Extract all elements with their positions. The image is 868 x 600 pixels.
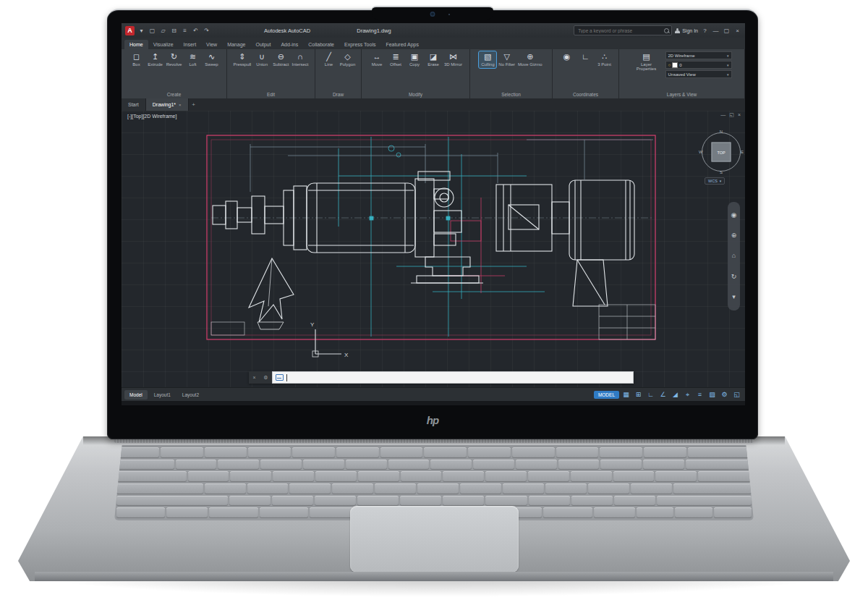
model-space-button[interactable]: MODEL [594,391,619,399]
panel-layers-view-label[interactable]: Layers & View [621,90,743,98]
panel-coordinates-label[interactable]: Coordinates [554,90,617,98]
file-tab-start[interactable]: Start [122,98,146,111]
tab-featured-apps[interactable]: Featured Apps [380,40,424,49]
chevron-down-icon: ▾ [720,179,722,183]
panel-create-label[interactable]: Create [123,90,225,98]
three-point-tool[interactable]: ∴3 Point [596,51,613,68]
command-close-icon[interactable]: × [252,375,255,380]
grid-icon[interactable]: ▦ [621,391,631,398]
viewcube-south[interactable]: S [720,170,723,174]
drawing-canvas[interactable]: Y X [-][Top][2D Wireframe] — ◱ × N S W E [122,111,745,387]
view-dropdown[interactable]: Unsaved View▾ [665,70,732,78]
tab-collaborate[interactable]: Collaborate [303,40,339,49]
pan-icon[interactable]: ⊕ [731,232,737,239]
tab-visualize[interactable]: Visualize [148,40,179,49]
print-icon[interactable]: ≡ [181,28,189,34]
no-filter-tool[interactable]: ▽No Filter [498,51,516,68]
orbit-icon[interactable]: ◉ [731,212,737,219]
panel-edit-label[interactable]: Edit [229,90,313,98]
autocad-app-menu-icon[interactable]: A [125,26,135,35]
object-snap-icon[interactable]: ⌖ [682,391,693,399]
line-tool[interactable]: ╱Line [320,51,338,68]
drawing-minimize-icon[interactable]: — [720,112,726,118]
extrude-tool[interactable]: ↥Extrude [147,51,164,68]
ucs-tool[interactable]: ∟ [577,51,595,62]
search-input[interactable] [576,28,662,34]
open-file-icon[interactable]: ▱ [159,28,167,34]
offset-tool[interactable]: ≣Offset [387,51,404,68]
viewcube-top-face[interactable]: TOP [712,143,731,162]
navbar-more-icon[interactable]: ▾ [732,294,736,300]
file-tab-drawing1[interactable]: Drawing1*× [146,98,189,111]
subtract-tool[interactable]: ⊖Subtract [272,51,289,68]
clean-screen-icon[interactable]: ◱ [731,391,742,398]
panel-draw-label[interactable]: Draw [317,90,359,98]
presspull-tool[interactable]: ⇕Presspull [232,51,252,68]
save-file-icon[interactable]: ⊟ [170,28,178,34]
layout2-tab[interactable]: Layout2 [177,390,204,400]
isodraft-icon[interactable]: ◢ [670,391,681,398]
drawing-restore-icon[interactable]: ◱ [729,112,734,118]
viewcube[interactable]: N S W E TOP [700,131,742,173]
viewcube-north[interactable]: N [720,130,723,134]
help-icon[interactable]: ? [701,28,709,34]
ortho-icon[interactable]: ∟ [645,391,656,398]
tab-output[interactable]: Output [250,40,276,49]
search-box[interactable] [574,25,672,35]
tab-close-icon[interactable]: × [179,103,182,107]
move-gizmo-tool[interactable]: ⊕Move Gizmo [517,51,543,68]
polar-tracking-icon[interactable]: ∠ [658,391,668,398]
viewcube-west[interactable]: W [699,150,703,154]
command-line[interactable]: × ⚙ [249,371,634,384]
panel-selection-label[interactable]: Selection [472,90,550,98]
home-view-icon[interactable]: ⌂ [732,253,736,259]
tab-home[interactable]: Home [124,40,148,49]
layer-properties-tool[interactable]: ▤ Layer Properties [632,51,661,72]
drawing-close-icon[interactable]: × [738,112,741,118]
undo-icon[interactable]: ↶ [192,28,200,34]
close-icon[interactable]: × [733,28,741,34]
settings-gear-icon[interactable]: ⚙ [719,391,730,398]
ucs-world-tool[interactable]: ◉ [558,51,576,62]
steering-wheel-icon[interactable]: ↻ [731,274,737,280]
tab-addins[interactable]: Add-ins [276,40,303,49]
intersect-tool[interactable]: ∩Intersect [292,51,310,68]
layout1-tab[interactable]: Layout1 [149,390,176,400]
sign-in-button[interactable]: Sign In [675,28,698,33]
viewcube-east[interactable]: E [741,150,744,154]
key [545,483,587,494]
text-caret [286,374,287,381]
transparency-icon[interactable]: ▨ [707,391,718,398]
loft-tool[interactable]: ≋Loft [184,51,202,68]
snap-icon[interactable]: ⊞ [633,391,644,398]
sweep-tool[interactable]: ∿Sweep [203,51,221,68]
erase-tool[interactable]: ◪Erase [425,51,442,68]
panel-modify-label[interactable]: Modify [363,90,468,98]
visual-style-dropdown[interactable]: 2D Wireframe▾ [665,51,732,59]
tab-view[interactable]: View [201,40,222,49]
lineweight-icon[interactable]: ≡ [694,391,705,398]
tab-insert[interactable]: Insert [179,40,202,49]
copy-tool[interactable]: ▣Copy [406,51,423,68]
app-menu-caret-icon[interactable]: ▾ [137,28,145,34]
tab-manage[interactable]: Manage [222,40,250,49]
polygon-tool[interactable]: ◇Polygon [339,51,357,68]
minimize-icon[interactable]: — [712,28,720,34]
viewport-controls[interactable]: [-][Top][2D Wireframe] [127,114,176,119]
wcs-dropdown[interactable]: WCS ▾ [705,177,725,185]
union-tool[interactable]: ∪Union [253,51,271,68]
new-drawing-tab-button[interactable]: + [189,98,199,111]
maximize-icon[interactable]: ▢ [723,28,731,34]
model-tab[interactable]: Model [124,390,148,400]
redo-icon[interactable]: ↷ [203,28,210,34]
command-input[interactable] [272,371,634,384]
layer-dropdown[interactable]: ○0▾ [665,61,732,69]
command-customize-icon[interactable]: ⚙ [263,375,268,381]
culling-tool[interactable]: ▧Culling [479,51,496,68]
revolve-tool[interactable]: ↻Revolve [166,51,183,68]
new-file-icon[interactable]: ▢ [148,28,156,34]
move-tool[interactable]: ↔Move [368,51,386,68]
mirror-3d-tool[interactable]: ⋈3D Mirror [443,51,463,68]
box-tool[interactable]: ◻Box [128,51,145,68]
tab-express-tools[interactable]: Express Tools [339,40,380,49]
